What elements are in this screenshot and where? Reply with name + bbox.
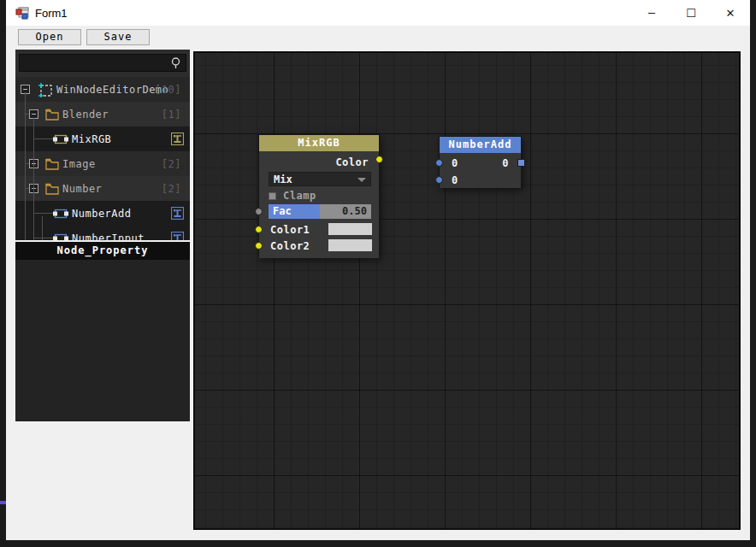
tree-item-blender[interactable]: − Blender [1] xyxy=(15,102,190,126)
node-editor-canvas[interactable]: MixRGB Color Mix Clamp Fac 0.50 Color1 C… xyxy=(193,51,741,530)
tree-item-label: Blender xyxy=(62,109,109,121)
tree-search-box xyxy=(19,54,186,72)
output-socket-number[interactable] xyxy=(517,159,525,167)
numberadd-output-value: 0 xyxy=(502,157,509,169)
node-badge-icon-blue[interactable] xyxy=(171,232,184,240)
numberadd-input2-value: 0 xyxy=(452,174,458,186)
tree-connector xyxy=(26,163,29,164)
blend-mode-value: Mix xyxy=(274,174,292,185)
tree-connector xyxy=(34,213,53,214)
node-numberadd-header[interactable]: NumberAdd xyxy=(440,137,521,153)
input-label-color1: Color1 xyxy=(270,224,310,236)
window-controls: ─ ☐ ✕ xyxy=(632,0,750,26)
chevron-down-icon xyxy=(357,178,366,182)
selection-frame-icon xyxy=(38,82,53,97)
search-icon[interactable] xyxy=(170,56,181,70)
tree-item-label: MixRGB xyxy=(72,133,111,145)
tree-connector xyxy=(34,138,53,139)
output-label-color: Color xyxy=(335,156,369,168)
input-socket-color2[interactable] xyxy=(255,242,263,250)
search-input[interactable] xyxy=(21,56,170,72)
node-numberadd[interactable]: NumberAdd 0 0 0 xyxy=(439,136,522,188)
maximize-button[interactable]: ☐ xyxy=(671,0,711,26)
tree-item-count-badge: [2] xyxy=(162,183,181,195)
input-socket-number1[interactable] xyxy=(435,159,443,167)
tree-item-label: NumberAdd xyxy=(72,208,132,220)
tree-connector xyxy=(34,238,53,238)
tree-item-label: WinNodeEditorDemo xyxy=(56,84,168,96)
tree-item-label: Number xyxy=(62,183,102,195)
node-icon-blue xyxy=(53,209,68,219)
folder-icon xyxy=(45,158,59,170)
clamp-checkbox[interactable] xyxy=(269,192,276,200)
node-badge-icon-blue[interactable] xyxy=(171,207,184,220)
minimize-button[interactable]: ─ xyxy=(632,0,671,26)
folder-icon xyxy=(45,109,59,121)
node-property-panel: Node_Property xyxy=(15,242,190,421)
node-mixrgb[interactable]: MixRGB Color Mix Clamp Fac 0.50 Color1 C… xyxy=(258,134,380,258)
node-mixrgb-header[interactable]: MixRGB xyxy=(259,135,379,151)
node-icon-blue xyxy=(53,233,68,240)
desktop-edge-left xyxy=(0,0,6,547)
numberadd-input1-value: 0 xyxy=(452,157,458,169)
tree-item-number[interactable]: − Number [2] xyxy=(15,176,190,201)
tree-item-label: Image xyxy=(62,158,96,170)
fac-value: 0.50 xyxy=(320,204,371,219)
tree-item-winnodeeditordemo[interactable]: − WinNodeEditorDemo [10] xyxy=(15,77,190,102)
tree-connector xyxy=(33,118,34,240)
tree-item-image[interactable]: + Image [2] xyxy=(15,151,190,176)
tree-item-label: NumberInput xyxy=(72,232,145,240)
input-socket-color1[interactable] xyxy=(255,226,263,233)
fac-slider[interactable]: Fac 0.50 xyxy=(269,204,371,219)
node-icon-olive xyxy=(53,134,68,144)
output-socket-color[interactable] xyxy=(375,156,383,163)
input-socket-number2[interactable] xyxy=(435,176,443,184)
node-tree-panel: − WinNodeEditorDemo [10] − Blender [1] xyxy=(15,50,190,240)
title-bar: Form1 ─ ☐ ✕ xyxy=(6,0,750,26)
close-button[interactable]: ✕ xyxy=(711,0,750,26)
tree-connector xyxy=(26,114,29,115)
node-badge-icon-olive[interactable] xyxy=(171,132,184,145)
tree-connector xyxy=(42,216,43,240)
desktop-edge-bottom xyxy=(0,540,756,547)
window-title: Form1 xyxy=(35,7,68,20)
color2-swatch[interactable] xyxy=(328,239,372,251)
input-label-color2: Color2 xyxy=(270,240,310,252)
desktop-edge-right xyxy=(750,0,756,547)
tree-item-count-badge: [1] xyxy=(162,109,181,121)
blend-mode-dropdown[interactable]: Mix xyxy=(269,172,371,186)
input-socket-fac[interactable] xyxy=(255,208,263,215)
tree-connector xyxy=(26,188,29,189)
tree-item-count-badge: [10] xyxy=(155,84,181,96)
fac-slider-fill: Fac xyxy=(269,204,320,219)
clamp-label: Clamp xyxy=(283,190,316,202)
form1-window: Form1 ─ ☐ ✕ Open Save − xyxy=(6,0,750,540)
folder-icon xyxy=(45,183,59,195)
tree-item-count-badge: [2] xyxy=(162,158,181,170)
save-button[interactable]: Save xyxy=(86,29,150,45)
background-app-accent xyxy=(0,501,6,504)
winforms-app-icon xyxy=(15,6,29,20)
open-button[interactable]: Open xyxy=(18,29,81,45)
node-property-header: Node_Property xyxy=(15,242,190,260)
color1-swatch[interactable] xyxy=(328,223,372,235)
